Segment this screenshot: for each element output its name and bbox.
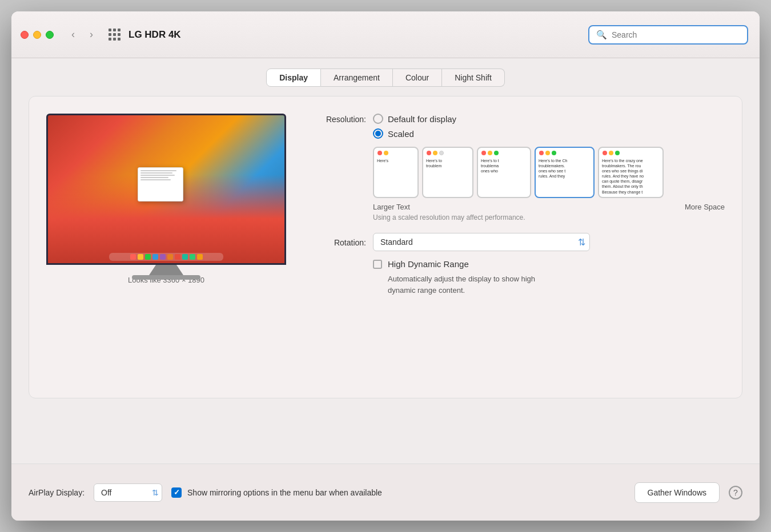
airplay-dropdown-wrapper: Off On ⇅	[94, 483, 162, 502]
hdr-description: Automatically adjust the display to show…	[388, 273, 725, 296]
grid-icon[interactable]	[109, 29, 121, 41]
forward-button[interactable]: ›	[83, 27, 99, 43]
monitor-section: Looks like 3360 × 1890	[46, 114, 286, 381]
scale-option-2[interactable]: Here's totroublem	[422, 147, 473, 198]
monitor-wallpaper	[48, 115, 284, 263]
dock-icon	[145, 254, 151, 260]
scale-option-3[interactable]: Here's to ttroublemaones who	[477, 147, 531, 198]
preview-dot	[539, 151, 544, 155]
preview-dot	[552, 151, 556, 155]
radio-scaled[interactable]: Scaled	[373, 128, 456, 139]
dock-icon	[197, 254, 203, 260]
preview-dot	[384, 151, 388, 155]
dock-icon	[175, 254, 180, 260]
airplay-dropdown[interactable]: Off On	[94, 483, 162, 502]
preview-dot	[609, 151, 613, 155]
bottom-bar: AirPlay Display: Off On ⇅ ✓ Show mirrori…	[11, 464, 760, 521]
dock-icon	[167, 254, 173, 260]
mirroring-row: ✓ Show mirroring options in the menu bar…	[171, 487, 625, 498]
preview-dot	[439, 151, 444, 155]
dock-icon	[138, 254, 143, 260]
scale-text-3: Here's to ttroublemaones who	[478, 158, 530, 197]
radio-default-circle[interactable]	[373, 114, 383, 124]
close-button[interactable]	[21, 31, 29, 39]
preview-dot	[603, 151, 607, 155]
tab-night-shift[interactable]: Night Shift	[442, 68, 505, 87]
maximize-button[interactable]	[46, 31, 54, 39]
gather-windows-button[interactable]: Gather Windows	[635, 482, 720, 503]
radio-scaled-label: Scaled	[388, 129, 414, 139]
search-box[interactable]: 🔍	[588, 25, 748, 45]
monitor-container	[46, 114, 286, 268]
rotation-dropdown[interactable]: Standard 90° 180° 270°	[373, 233, 590, 251]
hdr-label: High Dynamic Range	[388, 259, 469, 269]
minimize-button[interactable]	[33, 31, 41, 39]
preview-dot	[427, 151, 431, 155]
scale-option-1[interactable]: Here's	[373, 147, 419, 198]
radio-scaled-inner	[375, 131, 381, 136]
airplay-label: AirPlay Display:	[29, 488, 85, 497]
scale-text-1: Here's	[374, 158, 417, 197]
monitor-doc	[138, 167, 183, 201]
tabs: Display Arrangement Colour Night Shift	[29, 58, 742, 96]
scale-labels: Larger Text More Space	[373, 203, 725, 211]
hdr-checkbox[interactable]	[373, 260, 382, 269]
preview-dot	[494, 151, 499, 155]
mirroring-label: Show mirroring options in the menu bar w…	[187, 488, 382, 497]
monitor-stand	[149, 265, 183, 275]
mirroring-checkbox[interactable]: ✓	[171, 487, 182, 498]
rotation-label: Rotation:	[309, 237, 366, 247]
hdr-section: High Dynamic Range Automatically adjust …	[309, 259, 725, 296]
tab-display[interactable]: Display	[266, 68, 321, 87]
dock-icon	[190, 254, 195, 260]
monitor-base	[132, 275, 200, 280]
titlebar: ‹ › LG HDR 4K 🔍	[11, 11, 760, 58]
content-area: Display Arrangement Colour Night Shift	[11, 58, 760, 464]
preview-dot	[488, 151, 492, 155]
dock-icon	[182, 254, 188, 260]
dock-icon	[130, 254, 136, 260]
more-space-label: More Space	[685, 203, 725, 211]
dock-icon	[160, 254, 166, 260]
preview-dot	[378, 151, 382, 155]
search-icon: 🔍	[596, 30, 607, 40]
traffic-lights	[21, 31, 54, 39]
resolution-label: Resolution:	[309, 114, 366, 124]
scale-text-4: Here's to the Chtroublemakers.ones who s…	[536, 158, 593, 197]
scale-text-2: Here's totroublem	[423, 158, 472, 197]
nav-buttons: ‹ ›	[65, 27, 99, 43]
scale-note: Using a scaled resolution may affect per…	[373, 213, 725, 221]
main-window: ‹ › LG HDR 4K 🔍 Display Arrangement Colo…	[11, 11, 760, 521]
rotation-row: Rotation: Standard 90° 180° 270° ⇅	[309, 233, 725, 251]
preview-dot	[481, 151, 486, 155]
resolution-row: Resolution: Default for display Scaled	[309, 114, 725, 139]
preview-dot	[545, 151, 550, 155]
help-button[interactable]: ?	[729, 486, 742, 499]
scale-option-4[interactable]: Here's to the Chtroublemakers.ones who s…	[535, 147, 595, 198]
hdr-checkbox-row: High Dynamic Range	[373, 259, 725, 269]
preview-dot	[615, 151, 620, 155]
monitor-dock	[109, 253, 223, 261]
monitor-screen	[46, 114, 286, 265]
settings-section: Resolution: Default for display Scaled	[309, 114, 725, 381]
settings-panel: Looks like 3360 × 1890 Resolution: Defau…	[29, 96, 742, 398]
radio-scaled-circle[interactable]	[373, 128, 383, 139]
check-mark-icon: ✓	[174, 488, 180, 497]
window-title: LG HDR 4K	[128, 29, 181, 41]
back-button[interactable]: ‹	[65, 27, 81, 43]
dock-icon	[152, 254, 158, 260]
larger-text-label: Larger Text	[373, 203, 410, 211]
preview-dot	[433, 151, 437, 155]
rotation-dropdown-wrapper: Standard 90° 180° 270° ⇅	[373, 233, 590, 251]
tab-colour[interactable]: Colour	[393, 68, 442, 87]
resolution-options: Default for display Scaled	[373, 114, 456, 139]
radio-default[interactable]: Default for display	[373, 114, 456, 124]
tab-arrangement[interactable]: Arrangement	[321, 68, 393, 87]
search-input[interactable]	[612, 30, 740, 39]
scale-option-5[interactable]: Here's to the crazy onetroublmakers. The…	[598, 147, 664, 198]
search-container: 🔍	[588, 25, 748, 45]
radio-default-label: Default for display	[388, 114, 456, 124]
scale-options: Here's Here's totroublem	[373, 147, 725, 198]
scale-text-5: Here's to the crazy onetroublmakers. The…	[599, 158, 662, 197]
